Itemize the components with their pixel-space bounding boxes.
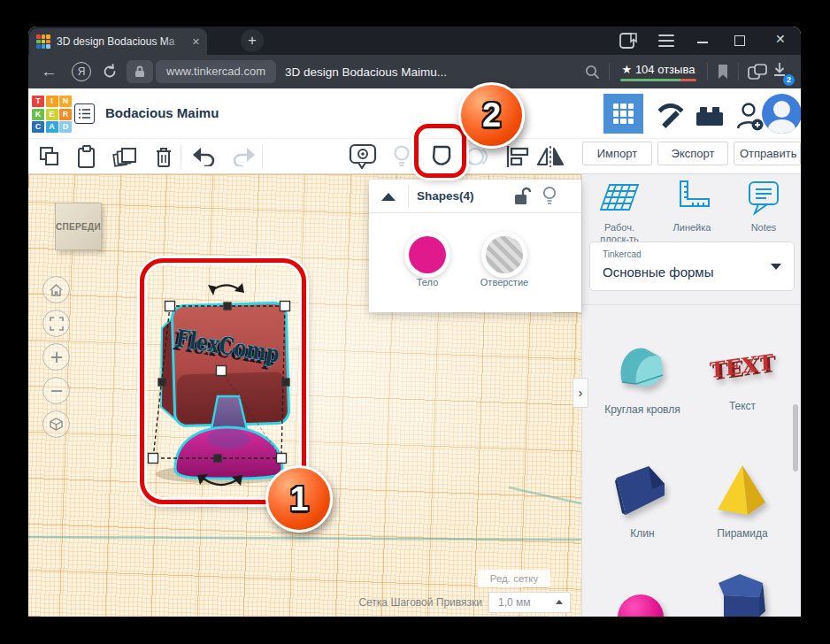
yandex-services-icon[interactable]: Я xyxy=(72,62,91,81)
minecraft-pickaxe-icon[interactable] xyxy=(652,99,688,134)
star-icon: ★ xyxy=(622,63,633,76)
bookmark-icon[interactable] xyxy=(717,64,729,80)
tab-title: 3D design Bodacious Ma xyxy=(57,35,179,48)
duplicate-button[interactable] xyxy=(111,142,139,171)
url-page-title: 3D design Bodacious Maimu... xyxy=(285,65,584,79)
reviews-count: 104 отзыва xyxy=(635,63,696,76)
undo-button[interactable] xyxy=(189,142,218,171)
tab-bar: 3D design Bodacious Ma ✕ + ✕ xyxy=(28,27,801,55)
tinkercad-logo[interactable]: T I N K E R C A D xyxy=(32,96,72,133)
browser-tab[interactable]: 3D design Bodacious Ma ✕ xyxy=(29,28,207,55)
snap-grid-dropdown[interactable]: 1,0 мм xyxy=(488,592,571,613)
paste-button[interactable] xyxy=(73,142,101,171)
edit-grid-button[interactable]: Ред. сетку xyxy=(478,570,550,587)
collapse-panel-icon[interactable] xyxy=(381,193,396,201)
design-menu-icon[interactable] xyxy=(74,104,95,124)
minimize-button[interactable] xyxy=(697,42,708,43)
sidebar-collapse-button[interactable]: › xyxy=(573,378,588,408)
workplane-icon xyxy=(599,180,640,217)
refresh-icon[interactable] xyxy=(102,64,118,80)
notes-icon xyxy=(746,180,781,217)
chevron-down-icon xyxy=(771,264,781,270)
ruler-icon xyxy=(672,180,712,217)
text-shape-icon: TEXT TEXT xyxy=(703,336,782,391)
lightbulb-icon[interactable] xyxy=(542,186,557,207)
browser-menu-icon[interactable] xyxy=(658,34,674,47)
annotation-step-2: 2 xyxy=(458,82,525,149)
close-window-button[interactable]: ✕ xyxy=(775,32,786,46)
panel-title: Shapes(4) xyxy=(417,189,474,203)
tinkercad-favicon xyxy=(36,34,50,49)
shape-wedge[interactable]: Клин xyxy=(594,462,691,540)
round-roof-icon xyxy=(610,336,675,395)
design-title[interactable]: Bodacious Maimu xyxy=(105,105,219,120)
shapes-sidebar: Рабоч.плоск-ть Линейка Notes Tinkercad О… xyxy=(581,174,801,617)
tab-close-icon[interactable]: ✕ xyxy=(192,36,200,48)
notes-tool[interactable]: Notes xyxy=(732,180,795,234)
hole-label: Отверстие xyxy=(465,277,544,288)
workplane-line-diagonal xyxy=(509,487,581,504)
url-domain[interactable]: www.tinkercad.com xyxy=(156,60,276,83)
ruler-tool[interactable]: Линейка xyxy=(660,180,724,234)
pyramid-icon xyxy=(712,462,772,518)
hole-swatch[interactable] xyxy=(486,236,523,273)
download-badge: 2 xyxy=(783,74,795,86)
annotation-highlight-object xyxy=(140,258,306,504)
user-avatar[interactable] xyxy=(762,94,801,134)
delete-button[interactable] xyxy=(150,142,178,171)
new-tab-button[interactable]: + xyxy=(241,29,264,52)
shape-hex-prism[interactable] xyxy=(715,572,770,617)
send-button[interactable]: Отправить xyxy=(734,142,801,165)
library-name: Основные формы xyxy=(603,264,713,280)
screenshot-root: 3D design Bodacious Ma ✕ + ✕ ← Я www.tin… xyxy=(0,0,830,644)
blocks-view-button[interactable] xyxy=(603,94,643,134)
snap-grid-label: Сетка Шаговой Привязки xyxy=(332,596,482,609)
lightbulb-button[interactable] xyxy=(388,142,416,171)
align-button[interactable] xyxy=(503,142,532,171)
import-button[interactable]: Импорт xyxy=(582,142,652,165)
export-button[interactable]: Экспорт xyxy=(657,142,728,165)
solid-color-swatch[interactable] xyxy=(409,236,446,273)
rating-bar xyxy=(620,79,696,81)
mirror-button[interactable] xyxy=(536,142,565,171)
lego-brick-icon[interactable] xyxy=(694,99,726,134)
workplane-line xyxy=(28,537,581,540)
solid-label: Тело xyxy=(388,277,467,288)
site-reviews[interactable]: ★ 104 отзыва xyxy=(620,63,696,81)
shape-sphere[interactable] xyxy=(618,594,664,617)
unlock-icon[interactable] xyxy=(513,187,531,206)
downloads-button[interactable]: 2 xyxy=(771,61,788,82)
shape-text[interactable]: TEXT TEXT Текст xyxy=(694,336,791,412)
dropdown-arrow-icon xyxy=(556,600,563,604)
library-brand: Tinkercad xyxy=(603,249,642,259)
ssl-lock-icon[interactable] xyxy=(127,60,153,83)
search-icon[interactable] xyxy=(584,64,600,80)
redo-button[interactable] xyxy=(230,142,258,171)
annotation-highlight-group-button xyxy=(414,124,466,178)
sidebar-scrollbar[interactable] xyxy=(793,404,798,472)
show-hidden-button[interactable] xyxy=(349,142,377,171)
grid-icon xyxy=(613,104,634,125)
back-icon[interactable]: ← xyxy=(41,62,58,81)
shape-library-dropdown[interactable]: Tinkercad Основные формы xyxy=(589,242,795,291)
sidebar-panel-icon[interactable] xyxy=(619,33,637,49)
wedge-icon xyxy=(611,462,673,518)
annotation-step-1: 1 xyxy=(265,465,333,533)
extensions-icon[interactable] xyxy=(748,64,767,80)
address-bar: ← Я www.tinkercad.com 3D design Bodaciou… xyxy=(28,55,801,88)
workplane-tool[interactable]: Рабоч.плоск-ть xyxy=(588,180,651,245)
maximize-button[interactable] xyxy=(734,35,745,46)
copy-button[interactable] xyxy=(35,142,64,171)
shape-pyramid[interactable]: Пирамида xyxy=(694,462,791,540)
shape-round-roof[interactable]: Круглая кровля xyxy=(594,336,691,416)
shapes-inspector-panel: Shapes(4) Тело Отверстие xyxy=(369,180,581,312)
